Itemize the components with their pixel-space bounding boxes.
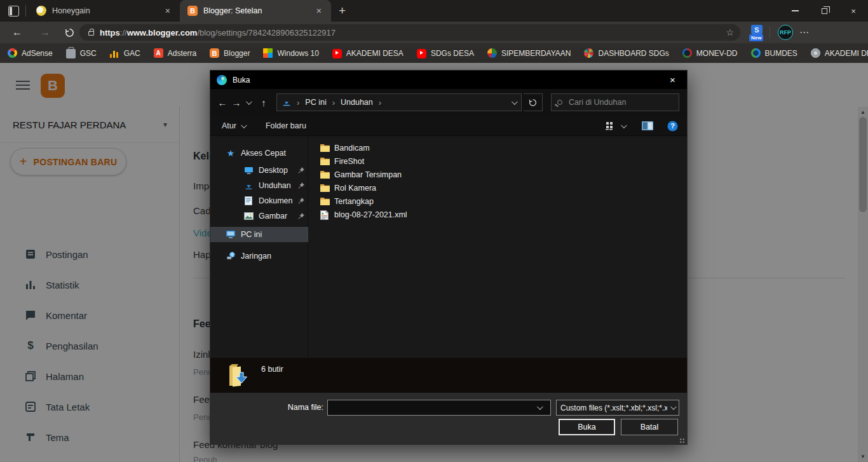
folder-icon [320, 184, 330, 193]
back-button[interactable]: ← [8, 27, 27, 38]
bookmark-adsense[interactable]: AdSense [8, 48, 53, 58]
browser-profile-avatar[interactable]: RFP [778, 25, 793, 40]
bookmark-akademi-desa[interactable]: AKADEMI DESA [332, 48, 403, 58]
tab-honeygain[interactable]: Honeygain × [29, 0, 180, 22]
bookmark-sdgs-desa[interactable]: SDGs DESA [417, 48, 474, 58]
url-scheme: https [100, 28, 120, 37]
url-host: www.blogger.com [127, 28, 198, 37]
tree-quick-access[interactable]: ★ Akses Cepat [210, 146, 308, 161]
nav-forward-icon[interactable]: → [229, 97, 243, 108]
network-icon [226, 251, 236, 261]
file-row[interactable]: Tertangkap [320, 194, 374, 208]
restore-button[interactable] [810, 0, 839, 22]
bookmark-gac[interactable]: GAC [110, 48, 140, 58]
tree-this-pc[interactable]: PC ini [210, 227, 308, 242]
nav-back-icon[interactable]: ← [215, 97, 229, 108]
browser-menu-icon[interactable]: ⋯ [799, 27, 810, 38]
new-tab-button[interactable]: + [339, 4, 346, 18]
honeygain-favicon [36, 6, 46, 16]
tree-network[interactable]: Jaringan [210, 248, 308, 264]
help-button[interactable]: ? [667, 121, 678, 132]
cancel-button[interactable]: Batal [621, 419, 678, 435]
google-icon [8, 48, 17, 58]
bookmark-akademi-desa-2[interactable]: AKADEMI DESA [811, 48, 868, 58]
lock-icon[interactable] [88, 31, 94, 36]
downloads-icon [243, 180, 254, 191]
refresh-button[interactable] [524, 93, 543, 111]
url-bar[interactable]: https://www.blogger.com/blog/settings/78… [79, 24, 740, 41]
bookmark-monev-dd[interactable]: MONEV-DD [682, 48, 738, 58]
extension-new-badge: New [749, 34, 763, 41]
extension-icon: S [751, 25, 763, 34]
file-row[interactable]: FireShot [320, 154, 364, 168]
bookmark-dashboard-sdgs[interactable]: DASHBOARD SDGs [584, 48, 668, 58]
tree-documents[interactable]: Dokumen [210, 193, 308, 208]
tab-close-icon[interactable]: × [313, 6, 325, 16]
dialog-title: Buka [233, 76, 250, 85]
file-row[interactable]: blog-08-27-2021.xml [320, 208, 407, 221]
address-dropdown-icon[interactable] [512, 99, 518, 105]
sipemberdayaan-icon [487, 48, 497, 58]
documents-icon [243, 196, 254, 206]
dialog-nav-row: ← → ↑ › PC ini › Unduhan › Cari di Unduh… [210, 89, 687, 116]
tab-actions-menu-icon[interactable] [8, 6, 19, 17]
add-favorite-icon[interactable]: ☆ [726, 27, 734, 37]
folder-icon [320, 144, 330, 153]
this-pc-icon [226, 229, 236, 240]
pictures-icon [243, 211, 254, 221]
close-window-button[interactable]: × [839, 0, 868, 22]
breadcrumb-bar[interactable]: › PC ini › Unduhan › [276, 93, 522, 111]
dialog-close-button[interactable]: × [658, 71, 687, 89]
sdgs-wheel-icon [584, 48, 593, 58]
bookmarks-bar: AdSense GSC GAC AAdsterra BBlogger Windo… [0, 43, 868, 63]
filename-input[interactable] [327, 400, 551, 416]
tab-blogger-setelan[interactable]: B Blogger: Setelan × [180, 0, 331, 22]
bookmark-adsterra[interactable]: AAdsterra [154, 48, 196, 58]
bookmark-sipemberdayaan[interactable]: SIPEMBERDAYAAN [487, 48, 571, 58]
bookmark-blogger[interactable]: BBlogger [210, 48, 250, 58]
bookmark-bumdes[interactable]: BUMDES [751, 48, 797, 58]
new-folder-button[interactable]: Folder baru [266, 121, 306, 130]
tab-close-icon[interactable]: × [162, 6, 173, 16]
tree-pictures[interactable]: Gambar [210, 208, 308, 224]
view-details-icon[interactable] [605, 121, 615, 131]
organize-button[interactable]: Atur [222, 121, 236, 130]
filetype-select[interactable]: Custom files (*.xslt;*.xbl;*.xsl;*.x [556, 400, 679, 416]
file-row[interactable]: Rol Kamera [320, 181, 376, 194]
downloads-large-folder-icon [224, 362, 252, 390]
view-chevron-icon[interactable] [621, 122, 627, 128]
file-row[interactable]: Gambar Tersimpan [320, 168, 402, 181]
organize-chevron-icon [241, 122, 247, 128]
bookmark-windows10[interactable]: Windows 10 [263, 48, 318, 58]
xml-file-icon [320, 210, 330, 219]
file-row[interactable]: Bandicam [320, 141, 370, 154]
bookmark-gsc[interactable]: GSC [66, 48, 97, 58]
tree-desktop[interactable]: Desktop [210, 163, 308, 178]
open-button[interactable]: Buka [559, 419, 615, 435]
nav-up-icon[interactable]: ↑ [257, 97, 271, 108]
bumdes-icon [751, 48, 761, 58]
breadcrumb-folder[interactable]: Unduhan [341, 98, 373, 107]
item-count: 6 butir [261, 365, 283, 374]
url-sep: :// [120, 28, 127, 37]
minimize-button[interactable] [780, 0, 810, 22]
extension-button[interactable]: S New [749, 25, 764, 40]
preview-pane-icon[interactable] [642, 121, 653, 130]
blogger-icon: B [210, 48, 219, 58]
tree-downloads[interactable]: Unduhan [210, 178, 308, 193]
search-input[interactable]: Cari di Unduhan [551, 93, 679, 111]
folder-icon [320, 170, 330, 179]
screen: Honeygain × B Blogger: Setelan × + × ← →… [0, 0, 868, 462]
nav-history-chevron-icon[interactable] [246, 99, 252, 105]
pin-icon [298, 167, 304, 173]
refresh-icon [529, 99, 537, 107]
dialog-main: ★ Akses Cepat Desktop Unduhan Dokumen [210, 136, 687, 358]
youtube-icon [332, 49, 342, 58]
breadcrumb-root[interactable]: PC ini [305, 98, 326, 107]
dialog-title-bar[interactable]: Buka [210, 71, 687, 89]
filename-label: Nama file: [260, 403, 323, 412]
resize-grip[interactable] [679, 438, 685, 444]
forward-button[interactable]: → [36, 27, 55, 38]
tab-separator [25, 5, 26, 17]
refresh-button[interactable] [65, 28, 74, 37]
